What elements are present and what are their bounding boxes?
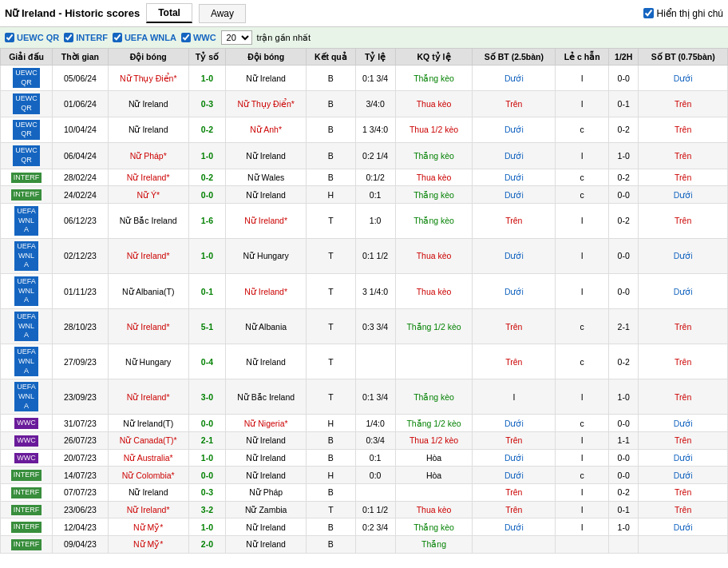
cell-sobt2: Trên [639,117,728,142]
cell-sobt1: Trên [473,203,556,238]
cell-team1: Nữ Bắc Ireland [108,203,188,238]
filter-wwc: WWC [181,33,216,42]
cell-score: 1-0 [188,238,225,273]
cell-kq: Thua 1/2 kèo [395,431,473,449]
cell-date: 07/07/23 [53,484,109,502]
filter-uefawnla-checkbox[interactable] [113,33,122,42]
cell-kq: Thua kèo [395,238,473,273]
cell-half: 0-0 [608,415,638,432]
cell-sobt1: Dưới [473,169,556,186]
cell-comp: INTERF [1,501,53,518]
cell-kq: Thua kèo [395,274,473,309]
cell-team2: Nữ Ireland* [226,274,307,309]
cell-date: 23/09/23 [53,379,109,415]
cell-score: 1-0 [188,518,225,536]
cell-sobt2: Dưới [639,66,728,91]
filter-wwc-checkbox[interactable] [181,33,191,42]
show-notes-checkbox[interactable] [643,8,654,18]
cell-sobt2: Dưới [639,238,728,273]
cell-date: 26/07/23 [53,431,109,449]
cell-comp: INTERF [1,536,53,554]
cell-sobt1: Dưới [473,274,556,309]
cell-team2: Nữ Thụy Điển* [226,91,307,117]
cell-score: 0-3 [188,484,225,502]
cell-lec: c [556,344,609,379]
cell-half: 0-2 [608,484,638,502]
cell-kq: Thắng kèo [395,186,473,204]
cell-team2: Nữ Ireland [226,431,307,449]
cell-comp: INTERF [1,186,53,204]
table-row: UEWC QR 01/06/24 Nữ Ireland 0-3 Nữ Thụy … [1,91,728,117]
cell-sobt1: Dưới [473,467,556,484]
cell-team1: Nữ Ý* [108,186,188,204]
cell-kq: Hòa [395,467,473,484]
cell-team2: Nữ Ireland [226,66,307,91]
cell-sobt1: Dưới [473,449,556,467]
cell-sobt2: Trên [639,143,728,169]
cell-ratio: 0:2 3/4 [355,518,395,536]
cell-ratio: 0:1 3/4 [355,66,395,91]
header-bar: Nữ Ireland - Historic scores Total Away … [0,0,728,27]
cell-sobt1: Dưới [473,66,556,91]
cell-team1: Nữ Ireland* [108,501,188,518]
cell-score: 0-4 [188,344,225,379]
cell-date: 09/04/23 [53,536,109,554]
filter-uewcqr-checkbox[interactable] [5,33,14,42]
cell-date: 27/09/23 [53,344,109,379]
cell-score: 1-0 [188,143,225,169]
cell-result: T [307,238,355,273]
cell-result: H [307,415,355,432]
cell-result: T [307,309,355,344]
cell-sobt1: I [473,379,556,415]
table-row: UEFA WNL A 01/11/23 Nữ Albania(T) 0-1 Nữ… [1,274,728,309]
cell-sobt1: Dưới [473,143,556,169]
cell-team2: Nữ Pháp [226,484,307,502]
cell-kq: Thua kèo [395,501,473,518]
cell-score: 0-1 [188,274,225,309]
scores-table: Giải đấu Thời gian Đội bóng Tỷ số Đội bó… [0,48,728,554]
cell-date: 06/04/24 [53,143,109,169]
cell-sobt1: Trên [473,344,556,379]
cell-half: 0-0 [608,467,638,484]
count-select[interactable]: 20 10 30 50 [221,30,252,45]
cell-ratio: 1:0 [355,203,395,238]
cell-ratio: 0:1 1/2 [355,501,395,518]
cell-sobt1: Dưới [473,238,556,273]
tab-away[interactable]: Away [199,4,246,23]
col-date: Thời gian [53,49,109,66]
col-lec: Lẻ c hẫn [556,49,609,66]
table-row: UEFA WNL A 06/12/23 Nữ Bắc Ireland 1-6 N… [1,203,728,238]
cell-team1: Nữ Thụy Điển* [108,66,188,91]
table-row: UEFA WNL A 02/12/23 Nữ Ireland* 1-0 Nữ H… [1,238,728,273]
cell-result: B [307,143,355,169]
cell-half: 2-1 [608,309,638,344]
cell-sobt2: Trên [639,203,728,238]
cell-comp: UEFA WNL A [1,203,53,238]
cell-comp: WWC [1,431,53,449]
cell-half: 1-1 [608,431,638,449]
cell-ratio: 0:2 1/4 [355,143,395,169]
cell-half: 1-0 [608,379,638,415]
cell-team2: Nữ Bắc Ireland [226,379,307,415]
cell-half: 1-0 [608,518,638,536]
cell-comp: INTERF [1,518,53,536]
cell-team1: Nữ Albania(T) [108,274,188,309]
cell-ratio [355,344,395,379]
cell-score: 2-0 [188,536,225,554]
tab-total[interactable]: Total [146,3,192,23]
cell-team1: Nữ Ireland* [108,379,188,415]
cell-team2: Nữ Ireland* [226,203,307,238]
cell-result: H [307,467,355,484]
cell-sobt2: Trên [639,309,728,344]
cell-team2: Nữ Ireland [226,186,307,204]
cell-sobt2: Trên [639,484,728,502]
cell-comp: INTERF [1,484,53,502]
table-row: UEWC QR 05/06/24 Nữ Thụy Điển* 1-0 Nữ Ir… [1,66,728,91]
table-row: INTERF 14/07/23 Nữ Colombia* 0-0 Nữ Irel… [1,467,728,484]
filter-interf-checkbox[interactable] [64,33,73,42]
cell-sobt2: Dưới [639,449,728,467]
cell-lec: I [556,484,609,502]
cell-kq [395,344,473,379]
header-title: Nữ Ireland - Historic scores [5,7,140,19]
cell-lec: I [556,274,609,309]
